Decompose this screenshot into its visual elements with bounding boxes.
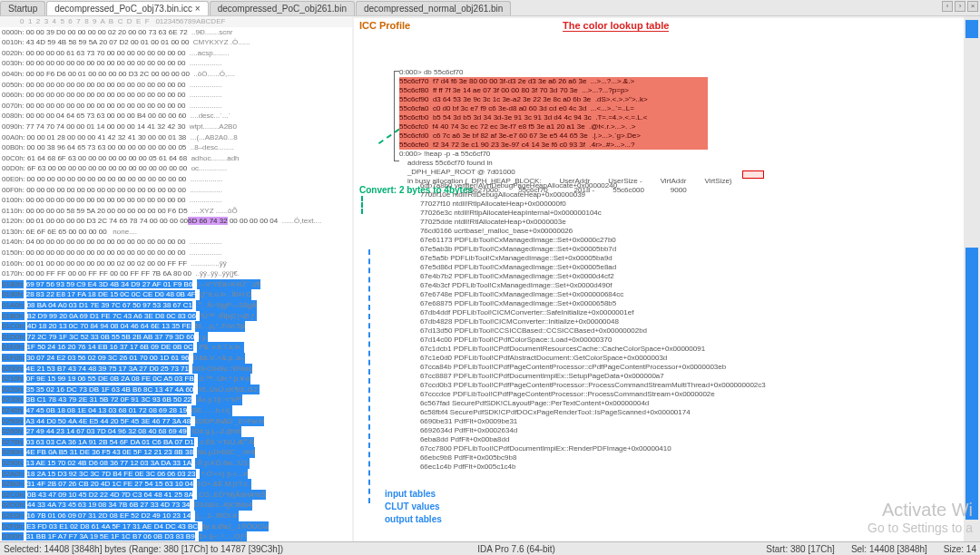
close-pane-icon[interactable]: × xyxy=(967,1,978,12)
hex-row[interactable]: 0100h: 00 00 00 00 00 00 00 00 00 00 00 … xyxy=(2,195,350,206)
stack-frame[interactable]: 67e4b7b2 PDFLibTool!CxManagedImage::Set+… xyxy=(412,272,975,281)
hex-row[interactable]: 00A0h: 00 00 01 28 00 00 00 41 42 32 41 … xyxy=(2,132,350,143)
stack-frame[interactable]: 6c58fbf4 SecurePdfSDK!CPdfDOCxPageRender… xyxy=(412,408,975,417)
dbg-memory-line: 55c6cfd0 c6 7c a6 3e bf 82 af 3e-e7 60 6… xyxy=(399,131,708,141)
hex-row[interactable]: 0260h: 27 49 44 23 14 67 03 7D 04 96 32 … xyxy=(2,426,350,437)
hex-row[interactable]: 0030h: 00 00 00 00 00 00 00 00 00 00 00 … xyxy=(2,58,350,69)
hex-editor[interactable]: 0 1 2 3 4 5 6 7 8 9 A B C D E F 01234567… xyxy=(0,16,352,541)
stack-frame[interactable]: 76cd0166 ucrtbase!_malloc_base+0x0000002… xyxy=(412,227,975,236)
hex-row[interactable]: 0090h: 77 74 70 74 00 00 01 14 00 00 00 … xyxy=(2,122,350,132)
hex-row[interactable]: 00F0h: 00 00 00 00 00 00 00 00 00 00 00 … xyxy=(2,185,350,196)
hex-row[interactable]: 0080h: 00 00 00 04 64 65 73 63 00 00 00 … xyxy=(2,111,350,122)
hex-row[interactable]: 0020h: 00 00 00 00 61 63 73 70 00 00 00 … xyxy=(2,48,350,59)
stack-frame[interactable]: 67c1dcb1 PDFLibTool!CPdfDocumentResource… xyxy=(412,345,975,354)
stack-frame[interactable]: 67d14c00 PDFLibTool!CPdfColorSpace::Load… xyxy=(412,336,975,345)
stack-frame[interactable]: 77025dde ntdll!RtlAllocateHeap+0x0000003… xyxy=(412,218,975,227)
stack-frame[interactable]: 67cc7800 PDFLibTool!CPdfDocumentImplEx::… xyxy=(412,444,975,453)
hex-row[interactable]: 00E0h: 00 00 00 00 00 00 00 00 00 00 00 … xyxy=(2,174,350,185)
hex-row[interactable]: 0300h: 31 BB 1F A7 F7 3A 19 5E 1F 1C B7 … xyxy=(2,531,350,541)
stack-frame[interactable]: 66ebc9b8 PdfFlt+0x005bc9b8 xyxy=(412,453,975,462)
stack-frame[interactable]: 6eba8dd PdfFlt+0x00ba8dd xyxy=(412,435,975,444)
hex-row[interactable]: 02F0h: E3 FD 03 E1 02 D8 61 4A 5F 17 31 … xyxy=(2,521,350,532)
stack-frame[interactable]: 67e5d86d PDFLibTool!CxManagedImage::Set+… xyxy=(412,263,975,272)
hex-row[interactable]: 00B0h: 00 00 38 96 64 65 73 63 00 00 00 … xyxy=(2,142,350,153)
hex-row[interactable]: 0180h: 69 97 56 93 59 C9 E4 3D 4B 34 D9 … xyxy=(2,279,350,290)
stack-frame[interactable]: 6690be31 PdfFlt+0x0009be31 xyxy=(412,417,975,426)
hex-row[interactable]: 02B0h: 31 4F 2B 07 26 CB 20 4D 1C FE 27 … xyxy=(2,479,350,490)
hex-row[interactable]: 0280h: 4E FB 0A B5 31 DE 36 F5 43 0E 5F … xyxy=(2,447,350,458)
hex-row[interactable]: 0220h: 35 35 02 16 DC 73 DB 1F 63 4B B6 … xyxy=(2,385,350,395)
stack-frame[interactable]: 6c567fad SecurePdfSDK!CLayoutPage::PerTe… xyxy=(412,399,975,408)
dbg-memory-line: 55c6cfe0 f2 34 72 3e c1 90 23 3e-97 c4 1… xyxy=(399,141,708,150)
stack-frame[interactable]: 66ec1c4b PdfFlt+0x005c1c4b xyxy=(412,462,975,472)
hex-row[interactable]: 02A0h: 18 2A 15 D3 92 3C 3C 7D B4 FE 0E … xyxy=(2,469,350,480)
hex-row[interactable]: 00D0h: 6F 63 00 00 00 00 00 00 00 00 00 … xyxy=(2,163,350,174)
side-labels: input tables CLUT values output tables xyxy=(385,488,442,526)
collapse-left-icon[interactable]: ‹ xyxy=(942,1,953,12)
hex-row[interactable]: 0150h: 00 00 00 00 00 00 00 00 00 00 00 … xyxy=(2,248,350,258)
stack-frame[interactable]: 67e5ab3b PDFLibTool!CxManagedImage::Set+… xyxy=(412,245,975,254)
hex-row[interactable]: 01B0h: B2 D9 99 20 0A 69 D1 FE 7C 43 A6 … xyxy=(2,311,350,322)
stack-frame[interactable]: 67d13d50 PDFLibTool!CCSICCBased::CCSICCB… xyxy=(412,326,975,336)
stack-frame[interactable]: 77026e3c ntdll!RtlpAllocateHeapInternal+… xyxy=(412,209,975,218)
hex-row[interactable]: 01A0h: 08 BA 04 A0 03 D1 7E 39 7C 67 50 … xyxy=(2,300,350,311)
stack-trace[interactable]: 6db7a8b0 verifier!AVrfDebugPageHeapAlloc… xyxy=(412,181,975,472)
hex-row[interactable]: 0190h: 28 83 22 E8 17 FA 18 DE 15 0C 0C … xyxy=(2,289,350,300)
minimap-scrollbar[interactable] xyxy=(964,16,980,541)
stack-frame[interactable]: 67e68875 PDFLibTool!CxManagedImage::Set+… xyxy=(412,299,975,308)
hex-row[interactable]: 0160h: 00 01 00 00 00 00 00 00 00 02 00 … xyxy=(2,258,350,269)
dbg-memory-line: 55c6cf80 ff ff 7f 3e 14 ae 07 3f 00 00 8… xyxy=(399,86,708,95)
hex-row[interactable]: 0140h: 04 00 00 00 00 00 00 00 00 00 00 … xyxy=(2,237,350,248)
stack-frame[interactable]: 67e6748e PDFLibTool!CxManagedImage::Set+… xyxy=(412,290,975,299)
tab-obj261a[interactable]: decompressed_PoC_obj261.bin xyxy=(210,1,355,15)
hex-row[interactable]: 0250h: A3 44 D0 50 4A 4E E5 44 20 5F 45 … xyxy=(2,416,350,427)
hex-row[interactable]: 0010h: 43 4D 59 4B 58 59 5A 20 07 D2 00 … xyxy=(2,37,350,48)
stack-frame[interactable]: 6692634d PdfFlt+0x0002634d xyxy=(412,426,975,435)
stack-frame[interactable]: 67e61173 PDFLibTool!CxManagedImage::Set+… xyxy=(412,236,975,245)
dbg-memory-line: 55c6cfc0 f4 40 74 3c ec 72 ec 3e-f7 e8 f… xyxy=(399,122,708,131)
hex-row[interactable]: 02C0h: 0B 43 47 09 10 45 D2 22 4D 7D C3 … xyxy=(2,490,350,501)
hex-row[interactable]: 0060h: 00 00 00 00 00 00 00 00 00 00 00 … xyxy=(2,90,350,101)
stack-frame[interactable]: 67e4b3cf PDFLibTool!CxManagedImage::Set+… xyxy=(412,281,975,290)
stack-frame[interactable]: 77027f10 ntdll!RtlpAllocateHeap+0x000000… xyxy=(412,200,975,209)
hex-row[interactable]: 0210h: 0F 9E 15 99 19 06 55 DE 0B 2A 08 … xyxy=(2,374,350,385)
dbg-heap-line: address 55c6cf70 found in xyxy=(399,159,708,168)
hex-row[interactable]: 01D0h: 72 2C 79 1F 3C 52 33 0B 55 5B 2B … xyxy=(2,332,350,343)
hex-row[interactable]: 0200h: 4E 21 53 B7 43 74 48 39 75 17 3A … xyxy=(2,364,350,375)
stack-frame[interactable]: 67ccd0b3 PDFLibTool!CPdfPageContentProce… xyxy=(412,381,975,390)
tab-startup[interactable]: Startup xyxy=(0,1,45,15)
stack-frame[interactable]: 67c1e0d0 PDFLibTool!CPdfAbstractDocument… xyxy=(412,354,975,363)
hex-row[interactable]: 0040h: 00 00 F6 D6 00 01 00 00 00 00 D3 … xyxy=(2,69,350,80)
hex-row[interactable]: 01F0h: 30 07 24 E2 03 56 02 09 3C 26 01 … xyxy=(2,353,350,364)
stack-frame[interactable]: 6db7a8b0 verifier!AVrfDebugPageHeapAlloc… xyxy=(412,181,975,190)
hex-row[interactable]: 0230h: 3B C1 78 43 79 2E 31 5B 72 0F 91 … xyxy=(2,394,350,405)
hex-row[interactable]: 00C0h: 61 64 68 6F 63 00 00 00 00 00 00 … xyxy=(2,153,350,164)
stack-frame[interactable]: 67cca84b PDFLibTool!CPdfPageContentProce… xyxy=(412,363,975,372)
stack-frame[interactable]: 67db4ddf PDFLibTool!CICMConverter::SafeI… xyxy=(412,308,975,317)
hex-row[interactable]: 0240h: 47 45 0B 18 08 1E 04 13 03 68 01 … xyxy=(2,405,350,416)
hex-row[interactable]: 0170h: 00 00 FF FF 00 00 FF FF 00 00 FF … xyxy=(2,268,350,279)
hex-row[interactable]: 0270h: 03 63 03 CA 36 1A 91 2B 54 6F DA … xyxy=(2,437,350,448)
hex-row[interactable]: 0050h: 00 00 00 00 00 00 00 00 00 00 00 … xyxy=(2,80,350,91)
stack-frame[interactable]: 67e5a5b PDFLibTool!CxManagedImage::Set+0… xyxy=(412,254,975,263)
hex-row[interactable]: 0130h: 6E 6F 6E 65 00 00 00 00 none.... xyxy=(2,227,350,238)
hex-row[interactable]: 02D0h: 44 33 4A 73 45 63 19 08 34 7B 6B … xyxy=(2,500,350,511)
hex-rows[interactable]: 0000h: 00 00 39 D0 00 00 00 00 02 20 00 … xyxy=(0,27,352,541)
hex-row[interactable]: 0290h: 13 AE 15 70 02 4B D6 08 36 77 12 … xyxy=(2,458,350,469)
collapse-right-icon[interactable]: › xyxy=(955,1,965,12)
hex-row[interactable]: 01C0h: 4D 18 20 13 0C 70 84 94 08 04 46 … xyxy=(2,321,350,332)
stack-frame[interactable]: 67cc8887 PDFLibTool!CPdfDocumentImplEx::… xyxy=(412,372,975,381)
hex-row[interactable]: 0120h: 00 01 00 00 00 00 D3 2C 74 65 78 … xyxy=(2,216,350,227)
tab-obj73[interactable]: decompressed_PoC_obj73.bin.icc × xyxy=(46,1,208,15)
hex-row[interactable]: 02E0h: 16 7B 01 06 09 07 31 2D 08 EF 52 … xyxy=(2,511,350,521)
close-icon[interactable]: × xyxy=(195,4,201,14)
hex-row[interactable]: 0110h: 00 00 00 00 58 59 5A 20 00 00 00 … xyxy=(2,206,350,217)
stack-frame[interactable]: 67db4828 PDFLibTool!CICMConverter::Initi… xyxy=(412,317,975,326)
stack-frame[interactable]: 770bf10e ntdll!RtlDebugAllocateHeap+0x00… xyxy=(412,190,975,200)
stack-frame[interactable]: 67cccdce PDFLibTool!CPdfPageContentProce… xyxy=(412,390,975,399)
hex-row[interactable]: 0070h: 00 00 00 00 00 00 00 00 00 00 00 … xyxy=(2,101,350,112)
hex-row[interactable]: 01E0h: 1F 50 24 16 20 76 14 EB 16 37 17 … xyxy=(2,342,350,353)
tab-obj261b[interactable]: decompressed_normal_obj261.bin xyxy=(356,1,511,15)
hex-row[interactable]: 0000h: 00 00 39 D0 00 00 00 00 02 20 00 … xyxy=(2,27,350,38)
window-controls: ‹ › × xyxy=(942,1,978,12)
